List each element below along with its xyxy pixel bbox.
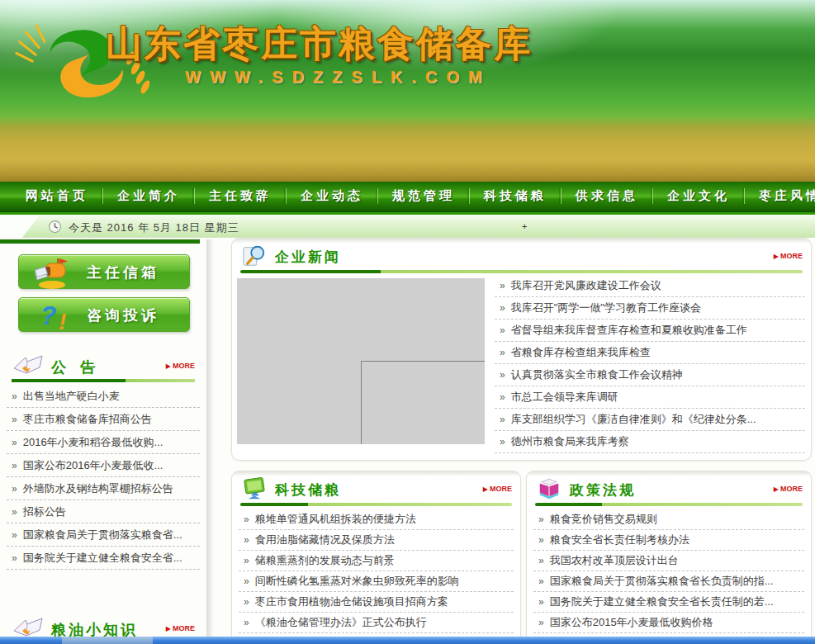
policy-list-item[interactable]: »国家公布2015年小麦最低收购价格 <box>533 613 804 633</box>
blue-bar-segment <box>62 637 153 644</box>
news-list-item[interactable]: »德州市粮食局来我库考察 <box>495 431 805 453</box>
banner-image: 山东省枣庄市粮食储备库 WWW.SDZZSLK.COM <box>0 0 815 182</box>
notice-list-item[interactable]: »出售当地产硬白小麦 <box>7 385 200 408</box>
tech-list-item[interactable]: »粮堆单管通风机组拆装的便捷方法 <box>239 509 514 530</box>
magnifier-doc-icon <box>242 244 267 268</box>
news-list-item[interactable]: »省督导组来我库督查库存检查和夏粮收购准备工作 <box>495 320 805 342</box>
mailbox-icon <box>32 257 82 290</box>
item-bullet-icon: » <box>244 575 249 587</box>
nav-item[interactable]: 企业文化 <box>652 188 744 204</box>
policy-list-item[interactable]: »国务院关于建立健全粮食安全省长责任制的若... <box>533 592 804 613</box>
nav-item[interactable]: 枣庄风情 <box>744 188 815 204</box>
news-underline <box>240 270 803 273</box>
nav-item[interactable]: 规范管理 <box>377 188 469 204</box>
placeholder-corner-line <box>361 361 485 444</box>
news-list-item[interactable]: »认真贯彻落实全市粮食工作会议精神 <box>495 364 805 386</box>
news-list-item[interactable]: »我库召开"两学一做"学习教育工作座谈会 <box>495 297 805 320</box>
date-bar: 今天是 2016 年 5月 18日 星期三 + <box>0 212 815 238</box>
policy-list-item[interactable]: »国家粮食局关于贯彻落实粮食省长负责制的指... <box>533 571 804 592</box>
policy-more-link[interactable]: ▶MORE <box>774 485 803 493</box>
item-bullet-icon: » <box>12 437 17 448</box>
notice-title: 公 告 <box>51 358 100 377</box>
tech-more-link[interactable]: ▶MORE <box>483 485 512 493</box>
nav-item[interactable]: 主任致辞 <box>194 188 286 204</box>
news-more-link[interactable]: ▶MORE <box>774 252 803 260</box>
tech-list-item[interactable]: »储粮熏蒸剂的发展动态与前景 <box>239 551 514 571</box>
tech-underline <box>240 503 512 506</box>
item-bullet-icon: » <box>500 324 505 336</box>
nav-item[interactable]: 供求信息 <box>561 188 652 204</box>
more-arrow-icon: ▶ <box>166 362 171 370</box>
notice-list-item[interactable]: »招标公告 <box>7 500 200 523</box>
notice-list-item[interactable]: »外墙防水及钢结构罩棚招标公告 <box>7 477 200 500</box>
policy-title: 政策法规 <box>570 481 636 500</box>
book-icon <box>537 476 561 501</box>
item-bullet-icon: » <box>12 552 17 564</box>
item-bullet-icon: » <box>500 414 505 425</box>
tech-list-item[interactable]: »食用油脂储藏情况及保质方法 <box>239 530 514 551</box>
nav-item[interactable]: 企业简介 <box>102 188 194 204</box>
item-bullet-icon: » <box>12 391 17 402</box>
director-mailbox-button[interactable]: 主任信箱 <box>18 254 190 289</box>
open-book-icon <box>12 353 45 378</box>
tech-list-item[interactable]: »间断性磷化氢熏蒸对米象虫卵致死率的影响 <box>239 571 514 592</box>
more-arrow-icon: ▶ <box>774 485 779 493</box>
item-bullet-icon: » <box>12 506 17 518</box>
nav-item[interactable]: 科技储粮 <box>469 188 561 204</box>
tech-list-item[interactable]: »枣庄市食用植物油仓储设施项目招商方案 <box>239 592 514 613</box>
clock-icon <box>48 220 62 234</box>
item-bullet-icon: » <box>244 514 249 525</box>
news-list-item[interactable]: »库支部组织学习《廉洁自律准则》和《纪律处分条... <box>495 409 805 431</box>
nav-item[interactable]: 网站首页 <box>12 188 102 204</box>
item-bullet-icon: » <box>538 596 544 608</box>
notice-list-item[interactable]: »国家公布2016年小麦最低收... <box>7 454 200 477</box>
item-bullet-icon: » <box>500 280 505 291</box>
current-date-text: 今天是 2016 年 5月 18日 星期三 <box>69 220 239 235</box>
notice-more-link[interactable]: ▶MORE <box>166 362 195 370</box>
item-bullet-icon: » <box>538 514 544 525</box>
notice-list-item[interactable]: »枣庄市粮食储备库招商公告 <box>7 408 200 431</box>
notice-list-item[interactable]: »国务院关于建立健全粮食安全省... <box>7 547 200 570</box>
notice-list: »出售当地产硬白小麦 »枣庄市粮食储备库招商公告 »2016年小麦和稻谷最低收购… <box>7 385 200 570</box>
nav-item[interactable]: 企业动态 <box>286 188 377 204</box>
item-bullet-icon: » <box>538 575 544 587</box>
site-title: 山东省枣庄市粮食储备库 <box>106 20 533 69</box>
question-exclaim-icon: ? ! <box>32 300 82 333</box>
policy-list-item[interactable]: »粮食竞价销售交易规则 <box>533 509 804 530</box>
tech-list-item[interactable]: »《粮油仓储管理办法》正式公布执行 <box>239 613 514 633</box>
svg-text:?: ? <box>40 301 57 330</box>
policy-panel: 政策法规 ▶MORE »粮食竞价销售交易规则 »粮食安全省长责任制考核办法 »我… <box>526 471 812 644</box>
news-list-item[interactable]: »我库召开党风廉政建设工作会议 <box>495 275 805 297</box>
policy-list-item[interactable]: »我国农村改革顶层设计出台 <box>533 551 804 571</box>
item-bullet-icon: » <box>12 529 17 541</box>
news-panel-header: 企业新闻 ▶MORE <box>240 242 803 270</box>
news-list: »我库召开党风廉政建设工作会议 »我库召开"两学一做"学习教育工作座谈会 »省督… <box>495 275 805 453</box>
more-arrow-icon: ▶ <box>483 485 488 493</box>
item-bullet-icon: » <box>500 347 505 358</box>
policy-list-item[interactable]: »粮食安全省长责任制考核办法 <box>533 530 804 551</box>
notice-underline <box>12 379 195 382</box>
knowledge-more-link[interactable]: ▶MORE <box>166 624 195 632</box>
item-bullet-icon: » <box>244 555 249 566</box>
policy-underline <box>535 503 803 506</box>
more-arrow-icon: ▶ <box>774 253 779 260</box>
news-list-item[interactable]: »市总工会领导来库调研 <box>495 386 805 409</box>
notice-list-item[interactable]: »2016年小麦和稻谷最低收购... <box>7 431 200 454</box>
item-bullet-icon: » <box>500 302 505 314</box>
consult-complaint-button[interactable]: ? ! 咨询投诉 <box>18 297 190 332</box>
monitor-icon <box>242 476 267 501</box>
item-bullet-icon: » <box>538 617 544 628</box>
item-bullet-icon: » <box>500 436 505 447</box>
page: 山东省枣庄市粮食储备库 WWW.SDZZSLK.COM 网站首页 企业简介 主任… <box>0 0 815 644</box>
tech-title: 科技储粮 <box>275 481 341 500</box>
notice-list-item[interactable]: »国家粮食局关于贯彻落实粮食省... <box>7 523 200 547</box>
director-mailbox-label: 主任信箱 <box>87 263 159 282</box>
news-list-item[interactable]: »省粮食库存检查组来我库检查 <box>495 342 805 364</box>
item-bullet-icon: » <box>500 391 505 403</box>
sidebar-top-accent <box>0 239 200 244</box>
site-url: WWW.SDZZSLK.COM <box>185 68 491 87</box>
item-bullet-icon: » <box>12 414 17 425</box>
item-bullet-icon: » <box>244 534 249 546</box>
consult-complaint-label: 咨询投诉 <box>87 305 159 325</box>
sidebar-edge-shadow <box>206 239 214 644</box>
